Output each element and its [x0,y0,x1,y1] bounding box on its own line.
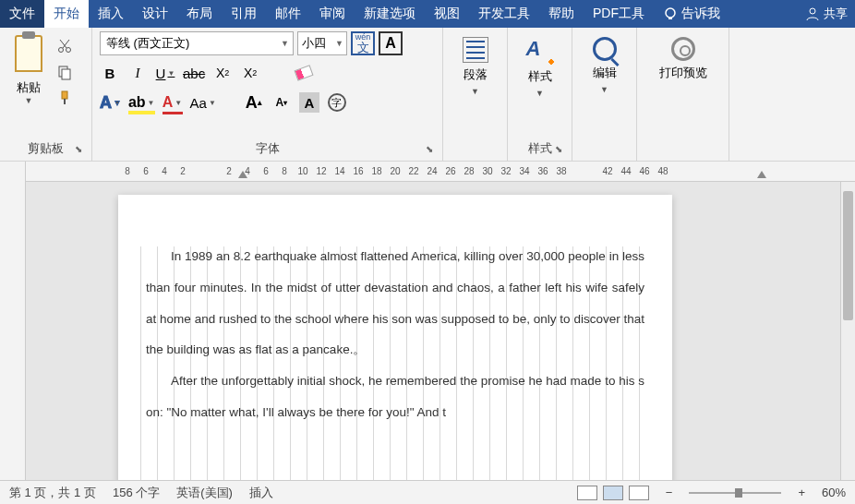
styles-group-label: 样式 [528,138,552,159]
tab-view[interactable]: 视图 [425,0,469,28]
ruler-tick: 26 [441,166,460,176]
font-color-button[interactable]: A▼ [163,92,183,113]
ruler-tick: 30 [478,166,497,176]
highlight-button[interactable]: ab▼ [128,92,155,113]
status-language[interactable]: 英语(美国) [176,485,233,501]
svg-point-3 [59,48,64,53]
styles-button[interactable]: A 样式 ▼ [526,31,554,98]
page: In 1989 an 8.2 earthquake almost flatten… [118,195,672,480]
format-painter-button[interactable] [55,89,74,107]
bold-button[interactable]: B [100,63,120,83]
chevron-down-icon: ▼ [114,99,121,107]
view-web-button[interactable] [629,486,649,500]
tell-me[interactable]: 告诉我 [654,0,729,28]
shrink-font-button[interactable]: A▾ [271,92,292,113]
font-launcher[interactable]: ⬊ [426,144,439,157]
edit-button[interactable]: 编辑 ▼ [593,31,617,94]
group-clipboard: 粘贴 ▼ 剪贴板 ⬊ [0,28,92,161]
brush-icon [56,90,73,106]
print-preview-label: 打印预览 [659,65,707,81]
status-page[interactable]: 第 1 页，共 1 页 [9,485,96,501]
horizontal-ruler[interactable]: 8 6 4 2 2 4 6 8 10 12 14 16 18 20 22 24 … [26,162,855,182]
zoom-slider[interactable] [689,492,781,494]
share-button[interactable]: 共享 [798,0,855,28]
chevron-down-icon: ▼ [600,85,608,94]
edit-label: 编辑 [593,65,617,81]
strikethrough-button[interactable]: abc [183,63,205,83]
italic-button[interactable]: I [127,63,148,83]
superscript-button[interactable]: X2 [240,63,260,83]
enclose-char-button[interactable]: 字 [327,92,347,113]
zoom-in-button[interactable]: + [798,486,805,499]
styles-launcher[interactable]: ⬊ [555,144,568,157]
paste-button[interactable]: 粘贴 ▼ [7,31,50,138]
clipboard-launcher[interactable]: ⬊ [75,144,88,157]
group-paragraph: 段落 ▼ [443,28,508,161]
copy-button[interactable] [55,63,74,81]
grow-font-button[interactable]: A▴ [244,92,264,113]
vertical-ruler[interactable] [0,162,26,480]
change-case-button[interactable]: Aa▼ [190,92,216,113]
right-indent-marker[interactable] [757,171,766,178]
paragraph-label: 段落 [464,66,488,83]
vertical-scrollbar[interactable] [840,182,855,480]
view-read-button[interactable] [577,486,597,500]
font-name-combo[interactable]: 等线 (西文正文) ▼ [100,31,294,55]
tab-home[interactable]: 开始 [44,0,89,28]
subscript-button[interactable]: X2 [212,63,233,83]
status-words[interactable]: 156 个字 [113,485,160,501]
indent-marker[interactable] [238,171,247,178]
paste-label: 粘贴 [17,79,41,96]
document-viewport[interactable]: In 1989 an 8.2 earthquake almost flatten… [26,182,855,480]
ruler-tick: 32 [497,166,515,176]
group-styles: A 样式 ▼ 样式 ⬊ [508,28,572,161]
zoom-value[interactable]: 60% [822,486,846,499]
wen-char: 文 [357,42,369,54]
chevron-down-icon: ▼ [536,89,544,98]
svg-point-0 [666,8,675,18]
tab-pdf[interactable]: PDF工具 [584,0,654,28]
tab-file[interactable]: 文件 [0,0,44,28]
tab-help[interactable]: 帮助 [539,0,584,28]
phonetic-guide-button[interactable]: wén 文 [351,31,375,55]
tab-review[interactable]: 审阅 [310,0,355,28]
clear-format-button[interactable] [294,63,314,83]
search-icon [593,37,617,61]
tab-insert[interactable]: 插入 [89,0,133,28]
tab-new[interactable]: 新建选项 [355,0,425,28]
status-mode[interactable]: 插入 [249,485,273,501]
ruler-tick: 20 [386,166,404,176]
tab-layout[interactable]: 布局 [177,0,222,28]
paragraph-2[interactable]: After the unforgettably initial shock, h… [146,366,644,428]
ruler-tick: 42 [598,166,617,176]
font-name-value: 等线 (西文正文) [106,35,189,52]
paragraph-1[interactable]: In 1989 an 8.2 earthquake almost flatten… [146,241,644,366]
tab-mailings[interactable]: 邮件 [266,0,310,28]
tab-references[interactable]: 引用 [222,0,266,28]
char-border-button[interactable]: A [379,31,403,55]
text-effects-button[interactable]: A▼ [100,92,121,113]
tab-design[interactable]: 设计 [133,0,177,28]
char-shading-button[interactable]: A [299,92,319,113]
ruler-tick: 12 [312,166,331,176]
tab-developer[interactable]: 开发工具 [469,0,539,28]
chevron-down-icon: ▼ [175,99,182,107]
scissors-icon [56,38,73,54]
scrollbar-thumb[interactable] [843,191,853,320]
print-preview-button[interactable]: 打印预览 [659,31,707,81]
ruler-tick: 34 [515,166,534,176]
document-text[interactable]: In 1989 an 8.2 earthquake almost flatten… [146,241,644,428]
font-size-combo[interactable]: 小四 ▼ [297,31,347,55]
chevron-down-icon: ▼ [167,69,175,78]
underline-button[interactable]: U▼ [155,63,175,83]
ruler-tick: 44 [617,166,635,176]
cut-button[interactable] [55,37,74,55]
group-font: 等线 (西文正文) ▼ 小四 ▼ wén 文 A B I U▼ abc X2 X… [92,28,443,161]
ruler-tick: 6 [137,166,155,176]
paragraph-button[interactable]: 段落 ▼ [463,31,488,96]
zoom-out-button[interactable]: − [666,486,673,499]
ruler-tick: 24 [423,166,441,176]
view-print-button[interactable] [603,486,623,500]
chevron-down-icon: ▼ [281,39,289,48]
svg-rect-6 [62,69,70,79]
